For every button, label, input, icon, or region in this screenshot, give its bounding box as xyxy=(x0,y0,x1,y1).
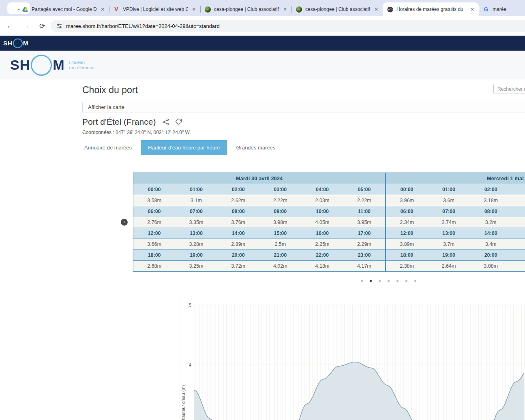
time-cell: 13:00 xyxy=(428,228,470,239)
time-cell xyxy=(512,228,525,239)
height-cell: 4.18m xyxy=(301,261,343,272)
time-cell: 13:00 xyxy=(175,228,217,239)
height-cell: 3.18m xyxy=(470,195,512,206)
tab-close-icon[interactable]: ✕ xyxy=(469,6,476,13)
height-cell: 4.17m xyxy=(343,261,386,272)
time-cell: 02:00 xyxy=(217,184,259,195)
shom-logo-large[interactable]: SH M L'océan en référence xyxy=(10,55,94,76)
back-button[interactable]: ← xyxy=(3,19,16,32)
tab-annuaire[interactable]: Annuaire de marées xyxy=(77,140,139,155)
tab-strip-tabs: Partagés avec moi - Google Dri✕VVPDive |… xyxy=(18,0,511,16)
tab-title: marée xyxy=(493,6,508,12)
shom-favicon xyxy=(387,6,393,13)
shom-ring-icon xyxy=(31,55,52,76)
height-cell: 2.64m xyxy=(428,261,470,272)
time-cell xyxy=(512,206,525,217)
vpdive-logo-icon: V xyxy=(114,6,118,13)
pagination-dot[interactable] xyxy=(414,280,416,282)
tab-close-icon[interactable]: ✕ xyxy=(191,6,197,13)
time-cell: 12:00 xyxy=(133,228,176,239)
browser-tab[interactable]: Partagés avec moi - Google Dri✕ xyxy=(18,2,109,16)
chart-y-axis-label: hauteur d'eau (m) xyxy=(181,354,186,420)
height-cell: 4.02m xyxy=(259,261,301,272)
port-coordinates: Coordonnées : 047° 39' 24.0" N, 003° 12'… xyxy=(82,130,190,135)
reload-button[interactable]: ⟳ xyxy=(36,19,49,32)
height-cell: 2.89m xyxy=(217,239,259,250)
height-cell: 2.03m xyxy=(301,195,343,206)
day-header: Mercredi 1 mai 2024 xyxy=(386,173,525,184)
tide-day-table: Mardi 30 avril 202400:0001:0002:0003:000… xyxy=(133,173,386,272)
browser-tab[interactable]: cesa-plongee | Club associatif d✕ xyxy=(200,2,291,16)
time-cell: 08:00 xyxy=(217,206,259,217)
browser-tab[interactable]: Gmarée xyxy=(479,2,511,16)
height-cell: 3.72m xyxy=(217,261,259,272)
svg-text:5: 5 xyxy=(189,303,191,307)
show-map-toggle[interactable]: Afficher la carte xyxy=(82,102,525,113)
site-settings-icon[interactable] xyxy=(56,22,63,30)
time-cell: 14:00 xyxy=(217,228,259,239)
url-text: maree.shom.fr/harbor/ETEL/wl/1?date=2024… xyxy=(66,23,220,29)
tab-close-icon[interactable]: ✕ xyxy=(373,6,379,13)
browser-tab[interactable]: cesa-plongee | Club associatif d✕ xyxy=(291,2,383,16)
pagination-dot[interactable] xyxy=(370,280,372,282)
port-name: Port d'Étel (France) xyxy=(82,117,182,127)
cesa-logo-icon xyxy=(296,6,302,13)
pagination-dot[interactable] xyxy=(388,280,390,282)
shom-tagline: L'océan en référence xyxy=(69,60,94,70)
height-cell: 2.29m xyxy=(343,239,386,250)
time-cell: 03:00 xyxy=(259,184,301,195)
shom-logo-small[interactable]: SH M xyxy=(3,38,28,48)
shom-top-bar: SH M xyxy=(0,36,525,51)
height-cell: 2.38m xyxy=(386,261,428,272)
height-cell: 2.68m xyxy=(133,261,176,272)
height-cell: 2.5m xyxy=(259,239,301,250)
pagination-dot[interactable] xyxy=(405,280,407,282)
time-cell: 06:00 xyxy=(133,206,176,217)
pagination-dot[interactable] xyxy=(379,280,381,282)
height-cell: 3.95m xyxy=(343,217,386,228)
time-cell: 18:00 xyxy=(133,250,176,261)
pagination-dots xyxy=(361,280,416,282)
browser-tab[interactable]: VVPDive | Logiciel et site web GR✕ xyxy=(109,2,200,16)
height-cell: 4.05m xyxy=(301,217,343,228)
height-cell: 3.89m xyxy=(386,239,428,250)
time-cell: 14:00 xyxy=(470,228,512,239)
height-cell: 3.98m xyxy=(259,217,301,228)
tab-close-icon[interactable]: ✕ xyxy=(282,6,288,13)
tab-hauteur-eau[interactable]: Hauteur d'eau heure par heure xyxy=(141,140,227,155)
time-cell: 18:00 xyxy=(386,250,428,261)
browser-tab[interactable]: Horaires de marées gratuits du✕ xyxy=(383,2,479,16)
cesa-logo-icon xyxy=(205,6,211,13)
port-search-input[interactable] xyxy=(493,84,525,94)
time-cell: 19:00 xyxy=(175,250,217,261)
height-cell: 2.34m xyxy=(386,217,428,228)
forward-button[interactable]: → xyxy=(19,19,32,32)
cesa-favicon xyxy=(204,6,211,13)
url-bar[interactable]: maree.shom.fr/harbor/ETEL/wl/1?date=2024… xyxy=(51,20,525,32)
time-cell: 02:00 xyxy=(470,184,512,195)
time-cell: 10:00 xyxy=(301,206,343,217)
carousel-prev-button[interactable]: ‹ xyxy=(121,219,128,226)
time-cell: 22:00 xyxy=(301,250,343,261)
height-cell: 2.22m xyxy=(259,195,301,206)
shom-brand-band: SH M L'océan en référence xyxy=(0,51,525,79)
share-icon[interactable] xyxy=(162,118,169,126)
tide-day-table: Mercredi 1 mai 202400:0001:0002:003.96m3… xyxy=(386,173,525,272)
height-cell: 3.66m xyxy=(133,239,176,250)
time-cell xyxy=(512,184,525,195)
tab-title: Horaires de marées gratuits du xyxy=(396,6,467,12)
tide-curve-area xyxy=(194,362,524,420)
height-cell: 3.58m xyxy=(133,195,176,206)
tab-grandes-marees[interactable]: Grandes marées xyxy=(229,140,283,155)
tab-title: Partagés avec moi - Google Dri xyxy=(32,6,97,12)
tab-close-icon[interactable]: ✕ xyxy=(99,6,106,13)
height-cell: 3.1m xyxy=(175,195,217,206)
pagination-dot[interactable] xyxy=(396,280,399,282)
time-cell: 09:00 xyxy=(259,206,301,217)
google-favicon: G xyxy=(483,6,489,13)
tag-icon[interactable] xyxy=(175,118,182,126)
height-cell: 2.76m xyxy=(133,217,176,228)
pagination-dot[interactable] xyxy=(361,280,363,282)
time-cell xyxy=(512,250,525,261)
time-cell: 19:00 xyxy=(428,250,470,261)
